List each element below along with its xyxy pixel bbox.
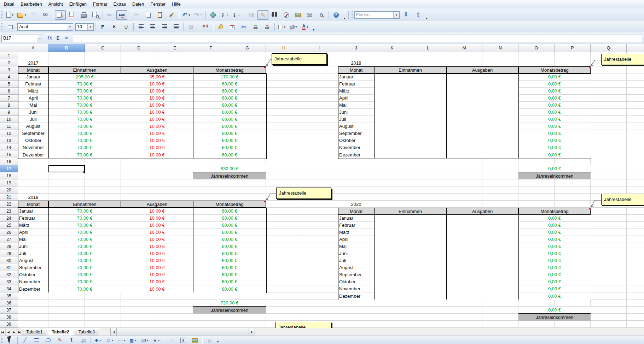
menu-bearbeiten[interactable]: Bearbeiten bbox=[17, 1, 45, 8]
table-2019-einnahmen[interactable]: 70,00 € bbox=[48, 250, 121, 257]
table-2020-header-ausgaben[interactable]: Ausgaben bbox=[446, 208, 518, 215]
zoom-icon[interactable] bbox=[316, 10, 327, 20]
row-header-28[interactable]: 28 bbox=[0, 243, 18, 250]
line-icon[interactable]: ╱ bbox=[19, 336, 30, 344]
navigator-icon[interactable] bbox=[281, 10, 292, 20]
table-2018-monatsbetrag[interactable]: 0,00 € bbox=[518, 130, 591, 137]
table-2017-month[interactable]: August bbox=[18, 123, 48, 130]
table-2020-monatsbetrag[interactable]: 0,00 € bbox=[518, 264, 591, 271]
currency-format-icon[interactable] bbox=[215, 22, 226, 32]
from-file-icon[interactable] bbox=[189, 336, 200, 344]
gallery-icon[interactable] bbox=[292, 10, 303, 20]
format-paintbrush-icon[interactable] bbox=[166, 10, 177, 20]
redo-dropdown-icon[interactable]: ▼ bbox=[200, 14, 202, 16]
column-header-O[interactable]: O bbox=[518, 44, 555, 52]
row-header-6[interactable]: 6 bbox=[0, 88, 18, 95]
selected-cell[interactable] bbox=[48, 165, 85, 172]
freeform-line-icon[interactable]: ✎ bbox=[54, 336, 65, 344]
column-header-N[interactable]: N bbox=[482, 44, 518, 52]
table-2020-ausgaben[interactable] bbox=[446, 257, 518, 264]
table-2017-month[interactable]: September bbox=[18, 130, 48, 137]
table-2019-ausgaben[interactable]: 10,00 € bbox=[121, 208, 193, 215]
table-2019-month[interactable]: März bbox=[18, 222, 48, 229]
table-2019-einnahmen[interactable]: 70,00 € bbox=[48, 222, 121, 229]
table-2019-header-ausgaben[interactable]: Ausgaben bbox=[121, 201, 193, 208]
row-header-2[interactable]: 2 bbox=[0, 59, 18, 66]
table-2017-ausgaben[interactable]: 10,00 € bbox=[121, 81, 193, 88]
table-2020-ausgaben[interactable] bbox=[446, 264, 518, 271]
table-2019-month[interactable]: Mai bbox=[18, 236, 48, 243]
table-2020-ausgaben[interactable] bbox=[446, 278, 518, 285]
email-document-icon[interactable]: ✉ bbox=[40, 10, 51, 20]
table-2018-ausgaben[interactable] bbox=[446, 88, 518, 95]
table-2019-ausgaben[interactable]: 10,00 € bbox=[121, 271, 193, 278]
format-toolbar-overflow-icon[interactable]: ▼ bbox=[312, 28, 315, 32]
show-draw-functions-icon[interactable]: ✎ bbox=[257, 10, 268, 20]
table-2020-monatsbetrag[interactable]: 0,00 € bbox=[518, 222, 591, 229]
table-2017-ausgaben[interactable]: 10,00 € bbox=[121, 109, 193, 116]
stars-dropdown-icon[interactable]: ▼ bbox=[158, 339, 160, 342]
menu-einfgen[interactable]: Einfügen bbox=[66, 1, 90, 8]
stars-icon[interactable]: ★▼ bbox=[151, 336, 162, 344]
table-2019-month[interactable]: Juli bbox=[18, 250, 48, 257]
tab-nav-first-icon[interactable]: |◀ bbox=[0, 328, 6, 336]
table-2017-header-ausgaben[interactable]: Ausgaben bbox=[121, 66, 193, 73]
find-input[interactable]: Finden▼ bbox=[354, 11, 400, 19]
table-2020-monatsbetrag[interactable]: 0,00 € bbox=[518, 292, 591, 299]
table-2018-month[interactable]: Februar bbox=[338, 81, 374, 88]
table-2020-ausgaben[interactable] bbox=[446, 222, 518, 229]
table-2019-monatsbetrag[interactable]: 60,00 € bbox=[193, 215, 266, 222]
rectangle-icon[interactable] bbox=[31, 336, 42, 344]
table-2018-month[interactable]: Januar bbox=[338, 73, 374, 81]
table-2020-month[interactable]: November bbox=[338, 285, 374, 292]
table-2018-monatsbetrag[interactable]: 0,00 € bbox=[518, 144, 591, 151]
sheet-tab-tabelle1[interactable]: Tabelle1 bbox=[21, 328, 48, 336]
year-label-2020[interactable]: 2020 bbox=[338, 201, 374, 208]
column-header-G[interactable]: G bbox=[229, 44, 266, 52]
table-2019-month[interactable]: April bbox=[18, 229, 48, 236]
table-2020-total-label[interactable]: Jahreseinkommen bbox=[518, 314, 591, 321]
delete-decimal-place-icon[interactable]: ×0000 bbox=[262, 22, 273, 32]
table-2020-monatsbetrag[interactable]: 0,00 € bbox=[518, 229, 591, 236]
name-box[interactable]: B17 ▼ bbox=[1, 35, 43, 42]
paste-icon[interactable] bbox=[155, 10, 166, 20]
row-header-39[interactable]: 39 bbox=[0, 321, 18, 328]
row-header-14[interactable]: 14 bbox=[0, 144, 18, 151]
table-2019-month[interactable]: Dezember bbox=[18, 285, 48, 292]
table-2017-month[interactable]: Mai bbox=[18, 102, 48, 109]
table-2017-ausgaben[interactable]: 10,00 € bbox=[121, 130, 193, 137]
auto-spellcheck-icon[interactable]: ABC bbox=[116, 10, 127, 20]
row-header-10[interactable]: 10 bbox=[0, 116, 18, 123]
table-2020-month[interactable]: Oktober bbox=[338, 278, 374, 285]
table-2019-header-monatsbetrag[interactable]: Monatsbetrag bbox=[193, 201, 266, 208]
comment-note[interactable]: Jahrestabelle bbox=[275, 322, 331, 328]
bold-button[interactable]: F bbox=[97, 22, 108, 32]
column-header-M[interactable]: M bbox=[446, 44, 482, 52]
table-2017-month[interactable]: November bbox=[18, 144, 48, 151]
table-2018-ausgaben[interactable] bbox=[446, 151, 518, 158]
table-2019-einnahmen[interactable]: 70,00 € bbox=[48, 229, 121, 236]
borders-icon[interactable]: ▼ bbox=[277, 22, 288, 32]
table-2018-ausgaben[interactable] bbox=[446, 73, 518, 81]
table-2020-ausgaben[interactable] bbox=[446, 250, 518, 257]
export-pdf-icon[interactable]: PDF bbox=[66, 10, 77, 20]
table-2019-header-einnahmen[interactable]: Einnahmen bbox=[48, 201, 121, 208]
table-2018-header-monatsbetrag[interactable]: Monatsbetrag bbox=[518, 66, 591, 73]
table-2017-month[interactable]: Januar bbox=[18, 73, 48, 81]
menu-ansicht[interactable]: Ansicht bbox=[45, 1, 66, 8]
menu-datei[interactable]: Datei bbox=[1, 1, 17, 8]
table-2017-monatsbetrag[interactable]: 60,00 € bbox=[193, 123, 266, 130]
table-2018-header-einnahmen[interactable]: Einnahmen bbox=[374, 66, 446, 73]
table-2017-monatsbetrag[interactable]: 60,00 € bbox=[193, 130, 266, 137]
table-2020-monatsbetrag[interactable]: 0,00 € bbox=[518, 278, 591, 285]
table-2017-einnahmen[interactable]: 70,00 € bbox=[48, 130, 121, 137]
table-2017-monatsbetrag[interactable]: 60,00 € bbox=[193, 81, 266, 88]
text-box-icon[interactable]: T bbox=[66, 336, 77, 344]
table-2017-month[interactable]: Februar bbox=[18, 81, 48, 88]
table-2017-total-label[interactable]: Jahreseinkommen bbox=[193, 172, 266, 179]
table-2020-einnahmen[interactable] bbox=[374, 271, 446, 278]
table-2019-ausgaben[interactable]: 10,00 € bbox=[121, 236, 193, 243]
table-2017-ausgaben[interactable]: 10,00 € bbox=[121, 144, 193, 151]
table-2018-ausgaben[interactable] bbox=[446, 102, 518, 109]
column-header-E[interactable]: E bbox=[157, 44, 193, 52]
